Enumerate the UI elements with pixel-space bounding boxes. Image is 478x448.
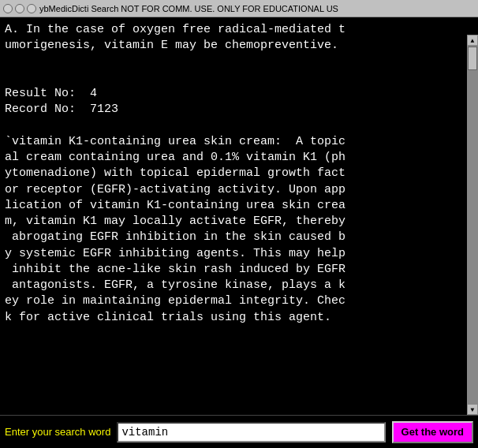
scroll-up-arrow[interactable]: ▲ xyxy=(467,35,478,46)
scroll-thumb[interactable] xyxy=(468,47,477,70)
main-text: A. In the case of oxygen free radical-me… xyxy=(5,22,462,326)
search-input[interactable] xyxy=(117,422,385,442)
title-bar: ybMedicDicti Search NOT FOR COMM. USE. O… xyxy=(0,0,478,17)
scroll-down-arrow[interactable]: ▼ xyxy=(467,404,478,415)
bottom-bar: Enter your search word Get the word xyxy=(0,415,478,448)
get-word-button[interactable]: Get the word xyxy=(392,421,473,443)
vertical-scrollbar[interactable]: ▲ ▼ xyxy=(467,35,478,415)
scroll-track[interactable] xyxy=(467,46,478,404)
window-title: ybMedicDicti Search NOT FOR COMM. USE. O… xyxy=(39,4,338,13)
minimize-button[interactable] xyxy=(15,4,24,13)
main-content-area: A. In the case of oxygen free radical-me… xyxy=(0,17,467,398)
window-controls[interactable] xyxy=(3,4,36,13)
search-label: Enter your search word xyxy=(5,426,110,438)
maximize-button[interactable] xyxy=(27,4,36,13)
close-button[interactable] xyxy=(3,4,13,13)
